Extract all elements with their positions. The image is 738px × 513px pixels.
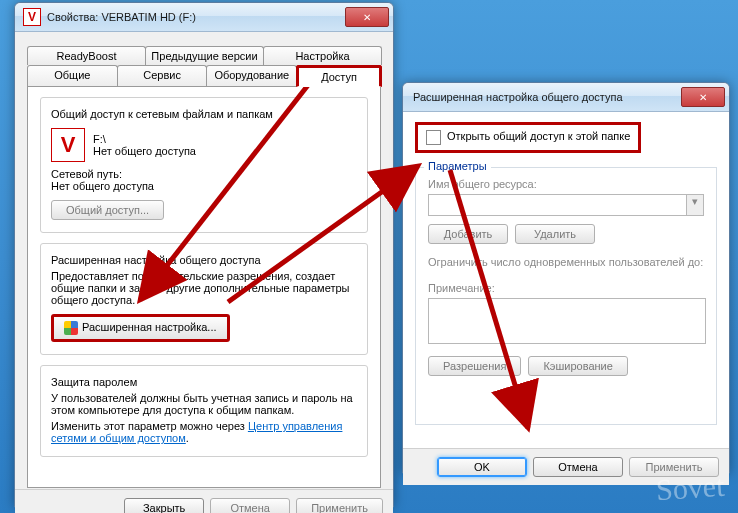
open-share-row: Открыть общий доступ к этой папке bbox=[415, 122, 641, 153]
share-name-select[interactable] bbox=[428, 194, 687, 216]
group-heading: Расширенная настройка общего доступа bbox=[51, 254, 357, 266]
tab-tools[interactable]: Сервис bbox=[117, 65, 208, 87]
close-button[interactable]: ✕ bbox=[345, 7, 389, 27]
properties-window: V Свойства: VERBATIM HD (F:) ✕ ReadyBoos… bbox=[14, 2, 394, 508]
titlebar[interactable]: V Свойства: VERBATIM HD (F:) ✕ bbox=[15, 3, 393, 32]
close-button[interactable]: Закрыть bbox=[124, 498, 204, 513]
remove-button[interactable]: Удалить bbox=[515, 224, 595, 244]
apply-button[interactable]: Применить bbox=[296, 498, 383, 513]
ok-button[interactable]: OK bbox=[437, 457, 527, 477]
window-title: Расширенная настройка общего доступа bbox=[413, 91, 681, 103]
drive-icon: V bbox=[51, 128, 85, 162]
apply-button[interactable]: Применить bbox=[629, 457, 719, 477]
dialog-footer: OK Отмена Применить bbox=[403, 448, 729, 485]
share-button[interactable]: Общий доступ... bbox=[51, 200, 164, 220]
app-icon: V bbox=[23, 8, 41, 26]
shield-icon bbox=[64, 321, 78, 335]
cancel-button[interactable]: Отмена bbox=[210, 498, 290, 513]
add-button[interactable]: Добавить bbox=[428, 224, 508, 244]
drive-path: F:\ bbox=[93, 133, 196, 145]
advanced-settings-button[interactable]: Расширенная настройка... bbox=[51, 314, 230, 342]
network-path-value: Нет общего доступа bbox=[51, 180, 357, 192]
open-share-checkbox[interactable] bbox=[426, 130, 441, 145]
open-share-label: Открыть общий доступ к этой папке bbox=[447, 130, 630, 142]
advanced-sharing-group: Расширенная настройка общего доступа Пре… bbox=[40, 243, 368, 355]
network-path-label: Сетевой путь: bbox=[51, 168, 357, 180]
tab-sharing[interactable]: Доступ bbox=[296, 65, 382, 87]
limit-label: Ограничить число одновременных пользоват… bbox=[428, 256, 704, 268]
share-name-label: Имя общего ресурса: bbox=[428, 178, 704, 190]
note-textarea[interactable] bbox=[428, 298, 706, 344]
close-button[interactable]: ✕ bbox=[681, 87, 725, 107]
tab-previous-versions[interactable]: Предыдущие версии bbox=[145, 46, 264, 65]
permissions-button[interactable]: Разрешения bbox=[428, 356, 521, 376]
params-legend: Параметры bbox=[424, 160, 491, 172]
tabs: ReadyBoost Предыдущие версии Настройка О… bbox=[27, 46, 381, 489]
password-desc: У пользователей должны быть учетная запи… bbox=[51, 392, 357, 416]
params-fieldset: Параметры Имя общего ресурса: ▾ Добавить… bbox=[415, 167, 717, 425]
tab-readyboost[interactable]: ReadyBoost bbox=[27, 46, 146, 65]
password-protection-group: Защита паролем У пользователей должны бы… bbox=[40, 365, 368, 457]
caching-button[interactable]: Кэширование bbox=[528, 356, 627, 376]
advanced-sharing-window: Расширенная настройка общего доступа ✕ О… bbox=[402, 82, 730, 474]
group-heading: Общий доступ к сетевым файлам и папкам bbox=[51, 108, 357, 120]
network-sharing-group: Общий доступ к сетевым файлам и папкам V… bbox=[40, 97, 368, 233]
dialog-footer: Закрыть Отмена Применить bbox=[15, 489, 393, 513]
advanced-settings-label: Расширенная настройка... bbox=[82, 321, 217, 333]
advanced-desc: Предоставляет пользовательские разрешени… bbox=[51, 270, 357, 306]
titlebar[interactable]: Расширенная настройка общего доступа ✕ bbox=[403, 83, 729, 112]
tab-general[interactable]: Общие bbox=[27, 65, 118, 87]
tab-customize[interactable]: Настройка bbox=[263, 46, 382, 65]
tab-hardware[interactable]: Оборудование bbox=[206, 65, 297, 87]
window-title: Свойства: VERBATIM HD (F:) bbox=[47, 11, 345, 23]
share-status: Нет общего доступа bbox=[93, 145, 196, 157]
cancel-button[interactable]: Отмена bbox=[533, 457, 623, 477]
group-heading: Защита паролем bbox=[51, 376, 357, 388]
link-prefix: Изменить этот параметр можно через bbox=[51, 420, 248, 432]
dropdown-icon[interactable]: ▾ bbox=[687, 194, 704, 216]
note-label: Примечание: bbox=[428, 282, 704, 294]
